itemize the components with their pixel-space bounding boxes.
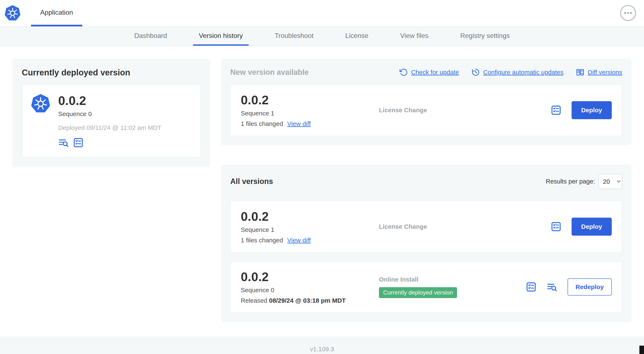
- tab-view-files[interactable]: View files: [394, 27, 434, 46]
- results-per-page-label: Results per page:: [546, 178, 595, 185]
- deployed-timestamp: Deployed 09/11/24 @ 11:02 am MDT: [58, 124, 162, 131]
- app-tab-label: Application: [40, 9, 73, 16]
- deploy-button[interactable]: Deploy: [572, 101, 612, 119]
- version-info: 0.0.2 Sequence 1 1 files changed View di…: [241, 209, 379, 244]
- version-actions: Redeploy: [526, 278, 612, 295]
- redeploy-button[interactable]: Redeploy: [568, 278, 612, 295]
- version-actions: Deploy: [550, 101, 612, 119]
- current-version-actions: [58, 137, 162, 148]
- deploy-button[interactable]: Deploy: [572, 218, 612, 236]
- diff-icon: [576, 68, 584, 77]
- files-changed-row: 1 files changed View diff: [241, 237, 379, 244]
- version-number: 0.0.2: [241, 209, 379, 224]
- version-number: 0.0.2: [58, 94, 162, 108]
- version-actions: Deploy: [550, 218, 612, 236]
- main-content: Currently deployed version: [0, 46, 644, 322]
- version-source: License Change: [379, 107, 550, 114]
- new-version-title: New version available: [230, 68, 308, 77]
- version-info: 0.0.2 Sequence 1 1 files changed View di…: [241, 93, 379, 127]
- rotate-ccw-icon: [399, 68, 408, 77]
- kubernetes-logo-icon: [30, 94, 51, 148]
- new-version-panel: New version available Check for update: [221, 59, 632, 145]
- currently-deployed-badge: Currently deployed version: [379, 287, 457, 298]
- version-history-column: New version available Check for update: [221, 59, 632, 322]
- source-label: Online Install: [379, 276, 526, 283]
- current-version-panel: Currently deployed version: [12, 59, 210, 167]
- version-row: 0.0.2 Sequence 0 Released 08/29/24 @ 03:…: [230, 261, 622, 313]
- files-changed-label: 1 files changed: [241, 120, 283, 127]
- app-subnav: Dashboard Version history Troubleshoot L…: [0, 27, 644, 46]
- version-source: Online Install Currently deployed versio…: [379, 276, 526, 298]
- view-deploy-logs-icon[interactable]: [58, 137, 69, 148]
- tab-dashboard[interactable]: Dashboard: [128, 27, 173, 46]
- current-version-title: Currently deployed version: [22, 68, 201, 77]
- preflight-checks-icon[interactable]: [550, 221, 562, 232]
- app-root: Application Dashboard Version history Tr…: [0, 0, 644, 354]
- version-source: License Change: [379, 223, 550, 230]
- results-per-page-select[interactable]: 20: [598, 174, 622, 189]
- results-per-page: Results per page: 20: [546, 174, 622, 189]
- all-versions-header: All versions Results per page: 20: [230, 174, 622, 189]
- preflight-checks-icon[interactable]: [550, 105, 562, 116]
- sequence-label: Sequence 1: [241, 110, 379, 117]
- tab-version-history[interactable]: Version history: [193, 27, 249, 46]
- version-number: 0.0.2: [241, 93, 379, 107]
- new-version-panel-header: New version available Check for update: [230, 68, 622, 77]
- files-changed-label: 1 files changed: [241, 237, 283, 244]
- view-diff-link[interactable]: View diff: [287, 120, 311, 127]
- sequence-label: Sequence 1: [241, 226, 379, 233]
- source-label: License Change: [379, 107, 550, 114]
- source-label: License Change: [379, 223, 550, 230]
- console-version: v1.109.3: [310, 346, 334, 353]
- tab-application[interactable]: Application: [31, 0, 82, 26]
- released-timestamp: Released 08/29/24 @ 03:18 pm MDT: [241, 297, 379, 304]
- sequence-label: Sequence 0: [58, 110, 162, 118]
- tab-troubleshoot[interactable]: Troubleshoot: [269, 27, 320, 46]
- kubernetes-logo-icon: [4, 0, 21, 26]
- diff-versions-link[interactable]: Diff versions: [576, 68, 622, 77]
- version-number: 0.0.2: [241, 270, 379, 284]
- all-versions-title: All versions: [230, 177, 273, 186]
- tab-license[interactable]: License: [340, 27, 374, 46]
- update-actions: Check for update Configure automatic upd…: [399, 68, 622, 77]
- view-deploy-logs-icon[interactable]: [547, 281, 558, 292]
- files-changed-row: 1 files changed View diff: [241, 120, 379, 127]
- new-version-card: 0.0.2 Sequence 1 1 files changed View di…: [230, 84, 622, 136]
- current-version-details: 0.0.2 Sequence 0 Deployed 09/11/24 @ 11:…: [58, 94, 162, 148]
- app-header: Application: [0, 0, 644, 27]
- version-row: 0.0.2 Sequence 1 1 files changed View di…: [230, 201, 622, 253]
- all-versions-panel: All versions Results per page: 20 0.0.2 …: [221, 165, 632, 322]
- ellipsis-icon: [624, 12, 626, 14]
- current-version-card: 0.0.2 Sequence 0 Deployed 09/11/24 @ 11:…: [22, 84, 201, 158]
- tab-registry-settings[interactable]: Registry settings: [454, 27, 516, 46]
- check-for-update-link[interactable]: Check for update: [399, 68, 459, 77]
- overflow-menu-button[interactable]: [620, 5, 636, 21]
- view-diff-link[interactable]: View diff: [287, 237, 311, 244]
- sequence-label: Sequence 0: [241, 286, 379, 294]
- preflight-checks-icon[interactable]: [526, 281, 536, 292]
- configure-automatic-updates-link[interactable]: Configure automatic updates: [472, 68, 564, 77]
- version-info: 0.0.2 Sequence 0 Released 08/29/24 @ 03:…: [241, 270, 379, 304]
- screen-corner-artifact: [640, 346, 644, 354]
- app-footer: v1.109.3: [0, 336, 644, 354]
- preflight-checks-icon[interactable]: [73, 137, 84, 148]
- update-clock-icon: [472, 68, 480, 77]
